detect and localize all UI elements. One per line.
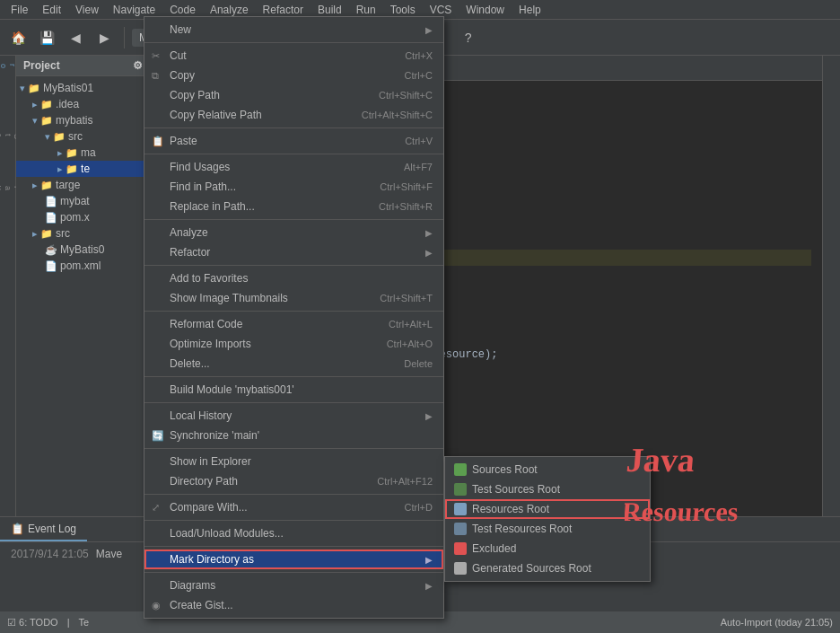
- menu-item-label: Refactor: [170, 246, 425, 259]
- menu-new[interactable]: New ▶: [144, 20, 443, 40]
- xml-icon: 📄: [45, 260, 57, 272]
- todo-label: 6: TODO: [19, 617, 58, 628]
- panel-gear-icon[interactable]: ⚙: [133, 59, 143, 72]
- menu-analyze[interactable]: Analyze: [203, 2, 256, 18]
- menu-refactor[interactable]: Refactor ▶: [144, 242, 443, 262]
- menu-refactor[interactable]: Refactor: [256, 2, 311, 18]
- folder-icon: ▾ 📁: [32, 115, 53, 127]
- menu-optimize-imports[interactable]: Optimize Imports Ctrl+Alt+O: [144, 334, 443, 354]
- menu-build[interactable]: Build: [311, 2, 349, 18]
- menu-window[interactable]: Window: [459, 2, 512, 18]
- arrow-icon: ▶: [425, 25, 433, 35]
- menu-delete[interactable]: Delete... Delete: [144, 354, 443, 374]
- mark-directory-submenu: Sources Root Test Sources Root Resources…: [444, 456, 651, 582]
- menu-item-label: Compare With...: [170, 501, 387, 514]
- submenu-item-label: Sources Root: [472, 463, 538, 476]
- tree-label: pom.xml: [60, 259, 101, 272]
- submenu-generated-sources-root[interactable]: Generated Sources Root: [445, 558, 650, 578]
- status-left: ☑ 6: TODO | Te: [7, 617, 89, 629]
- toolbar-help-btn[interactable]: ?: [456, 25, 481, 50]
- tree-item-idea[interactable]: ▸ 📁 .idea: [16, 96, 150, 112]
- tree-item-pom2[interactable]: 📄 pom.xml: [16, 258, 150, 274]
- menu-tools[interactable]: Tools: [383, 2, 423, 18]
- tree-item-mybat-file[interactable]: 📄 mybat: [16, 193, 150, 209]
- menu-create-gist[interactable]: ◉ Create Gist...: [144, 595, 443, 615]
- tree-item-ma[interactable]: ▸ 📁 ma: [16, 145, 150, 161]
- menu-item-label: Add to Favorites: [170, 272, 433, 285]
- tree-item-pom1[interactable]: 📄 pom.x: [16, 209, 150, 225]
- menu-view[interactable]: View: [68, 2, 106, 18]
- menu-separator: [144, 572, 443, 573]
- menu-copy-path[interactable]: Copy Path Ctrl+Shift+C: [144, 85, 443, 105]
- menu-item-label: Synchronize 'main': [170, 429, 433, 442]
- toolbar-back-btn[interactable]: ◀: [63, 25, 88, 50]
- tree-item-mybatis[interactable]: ▾ 📁 mybatis: [16, 112, 150, 128]
- submenu-test-sources-root[interactable]: Test Sources Root: [445, 479, 650, 499]
- tree-item-mybatis01-java[interactable]: ☕ MyBatis0: [16, 242, 150, 258]
- menu-local-history[interactable]: Local History ▶: [144, 406, 443, 426]
- menu-paste[interactable]: 📋 Paste Ctrl+V: [144, 131, 443, 151]
- favorites-icon[interactable]: Fav: [1, 181, 15, 196]
- menu-synchronize[interactable]: 🔄 Synchronize 'main': [144, 426, 443, 445]
- menu-item-label: Analyze: [170, 226, 425, 239]
- menu-copy[interactable]: ⧉ Copy Ctrl+C: [144, 66, 443, 85]
- menu-run[interactable]: Run: [349, 2, 383, 18]
- menu-copy-relative-path[interactable]: Copy Relative Path Ctrl+Alt+Shift+C: [144, 105, 443, 125]
- menu-analyze[interactable]: Analyze ▶: [144, 223, 443, 242]
- submenu-excluded[interactable]: Excluded: [445, 539, 650, 558]
- structure-icon[interactable]: Str: [1, 129, 15, 144]
- menu-edit[interactable]: Edit: [35, 2, 68, 18]
- shortcut-label: Ctrl+Alt+Shift+C: [362, 110, 433, 120]
- menu-add-favorites[interactable]: Add to Favorites: [144, 268, 443, 288]
- menu-load-unload[interactable]: Load/Unload Modules...: [144, 523, 443, 543]
- tree-label: MyBatis01: [43, 82, 93, 94]
- folder-icon: ▸ 📁: [32, 99, 53, 110]
- menu-navigate[interactable]: Navigate: [106, 2, 162, 18]
- menu-compare-with[interactable]: ⤢ Compare With... Ctrl+D: [144, 497, 443, 517]
- menu-separator: [144, 42, 443, 43]
- copy-icon: ⧉: [152, 70, 159, 82]
- menu-show-thumbnails[interactable]: Show Image Thumbnails Ctrl+Shift+T: [144, 288, 443, 308]
- menu-item-label: Diagrams: [170, 579, 425, 592]
- menu-help[interactable]: Help: [512, 2, 548, 18]
- log-timestamp: 2017/9/14 21:05: [11, 548, 89, 560]
- project-icon[interactable]: Proj: [1, 59, 15, 74]
- submenu-resources-root[interactable]: Resources Root: [445, 499, 650, 519]
- toolbar-save-btn[interactable]: 💾: [34, 25, 59, 50]
- shortcut-label: Ctrl+Shift+C: [379, 90, 433, 101]
- shortcut-label: Ctrl+Shift+R: [379, 201, 433, 212]
- menu-diagrams[interactable]: Diagrams ▶: [144, 576, 443, 595]
- toolbar-forward-btn[interactable]: ▶: [92, 25, 117, 50]
- test-resources-root-icon: [454, 523, 467, 535]
- log-source: Mave: [96, 548, 122, 560]
- tree-item-te[interactable]: ▸ 📁 te: [16, 161, 150, 177]
- menu-show-explorer[interactable]: Show in Explorer: [144, 452, 443, 471]
- menu-reformat[interactable]: Reformat Code Ctrl+Alt+L: [144, 314, 443, 334]
- menu-item-label: Build Module 'mybatis001': [170, 383, 433, 396]
- submenu-test-resources-root[interactable]: Test Resources Root: [445, 519, 650, 539]
- menu-replace-in-path[interactable]: Replace in Path... Ctrl+Shift+R: [144, 197, 443, 216]
- toolbar-project-btn[interactable]: 🏠: [5, 25, 31, 50]
- menu-find-usages[interactable]: Find Usages Alt+F7: [144, 157, 443, 177]
- menu-file[interactable]: File: [4, 2, 35, 18]
- shortcut-label: Delete: [404, 358, 433, 369]
- tree-item-src[interactable]: ▾ 📁 src: [16, 128, 150, 145]
- menu-separator: [144, 311, 443, 312]
- menu-item-label: Show in Explorer: [170, 455, 433, 468]
- arrow-icon: ▶: [425, 248, 433, 258]
- tree-item-mybatis01[interactable]: ▾ 📁 MyBatis01: [16, 80, 150, 96]
- submenu-sources-root[interactable]: Sources Root: [445, 460, 650, 479]
- tree-item-targe[interactable]: ▸ 📁 targe: [16, 177, 150, 193]
- menu-item-label: Optimize Imports: [170, 338, 369, 350]
- menu-find-in-path[interactable]: Find in Path... Ctrl+Shift+F: [144, 177, 443, 197]
- tree-item-src2[interactable]: ▸ 📁 src: [16, 225, 150, 242]
- menu-mark-directory[interactable]: Mark Directory as ▶: [144, 549, 443, 569]
- menu-separator: [144, 448, 443, 449]
- todo-badge[interactable]: ☑ 6: TODO: [7, 617, 58, 629]
- menu-code[interactable]: Code: [162, 2, 203, 18]
- menu-vcs[interactable]: VCS: [423, 2, 459, 18]
- menu-build-module[interactable]: Build Module 'mybatis001': [144, 380, 443, 400]
- tab-event-log[interactable]: 📋 Event Log: [0, 517, 87, 541]
- menu-cut[interactable]: ✂ Cut Ctrl+X: [144, 46, 443, 66]
- menu-directory-path[interactable]: Directory Path Ctrl+Alt+F12: [144, 471, 443, 491]
